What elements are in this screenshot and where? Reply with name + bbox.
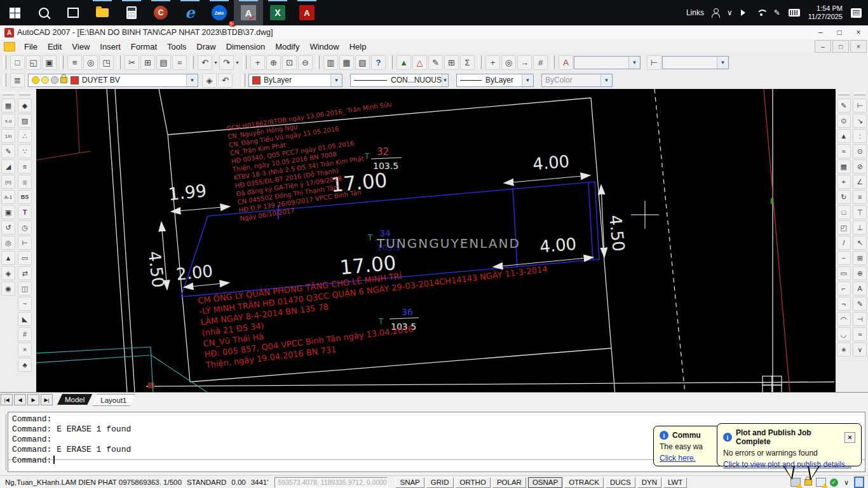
- break-button[interactable]: ⌐: [837, 281, 851, 295]
- dim-linear-button[interactable]: ⊢: [853, 98, 867, 112]
- toolbar-grip[interactable]: [3, 73, 6, 87]
- combo-arrow-icon[interactable]: ▼: [186, 74, 198, 86]
- task-view-button[interactable]: [58, 0, 88, 25]
- stretch-button[interactable]: ◰: [837, 220, 851, 234]
- links-toolbar-label[interactable]: Links: [686, 8, 704, 17]
- left-tool-zoom-object[interactable]: ◉: [1, 281, 15, 295]
- toolbar-grip[interactable]: [3, 55, 6, 69]
- dim-ordinate-button[interactable]: :: [853, 129, 867, 143]
- toolbar-grip[interactable]: [316, 55, 320, 69]
- offset-button[interactable]: ≈: [837, 144, 851, 158]
- combo-arrow-icon[interactable]: ▼: [628, 57, 640, 69]
- drawing-canvas[interactable]: 1.99 17.00 4.00 4.50 4.50 2.00 17.00 4.0…: [36, 89, 836, 392]
- erase-button[interactable]: ✎: [837, 98, 851, 112]
- taskbar-calculator[interactable]: [117, 0, 146, 25]
- layer-previous-button[interactable]: ↶: [218, 73, 233, 88]
- start-button[interactable]: [0, 0, 29, 25]
- open-button[interactable]: ◱: [26, 55, 41, 70]
- undo-button[interactable]: ↶: [198, 55, 212, 70]
- pan-button[interactable]: +: [250, 55, 265, 70]
- publish-button[interactable]: ◳: [99, 55, 114, 70]
- save-button[interactable]: ▣: [42, 55, 57, 70]
- left-tool-clock[interactable]: ◷: [18, 220, 32, 234]
- make-object-layer-current-button[interactable]: ◈: [202, 73, 217, 88]
- redo-dropdown-icon[interactable]: ▼: [234, 55, 240, 70]
- tray-chevron-icon[interactable]: ∨: [727, 8, 733, 17]
- combo-arrow-icon[interactable]: ▼: [330, 74, 342, 86]
- menu-help[interactable]: Help: [344, 41, 372, 53]
- taskbar-clock[interactable]: 1:54 PM11/27/2025: [808, 4, 843, 21]
- toolbar-grip[interactable]: [242, 73, 245, 87]
- doc-restore-button[interactable]: □: [832, 40, 849, 53]
- toggle-dyn[interactable]: DYN: [637, 477, 661, 488]
- left-tool-bs[interactable]: BS: [18, 190, 32, 204]
- combo-arrow-icon[interactable]: ▼: [522, 74, 533, 86]
- balloon-close-icon[interactable]: ×: [844, 432, 855, 443]
- menu-view[interactable]: View: [67, 41, 95, 53]
- designcenter-button[interactable]: ▦: [339, 55, 354, 70]
- express-tool-button[interactable]: +: [485, 55, 500, 70]
- paste-button[interactable]: ▤: [156, 55, 171, 70]
- move-button[interactable]: +: [837, 175, 851, 189]
- new-button[interactable]: □: [10, 55, 25, 70]
- express-tool-button[interactable]: ✎: [428, 55, 443, 70]
- undo-dropdown-icon[interactable]: ▼: [213, 55, 219, 70]
- toggle-grid[interactable]: GRID: [426, 477, 454, 488]
- tab-next-button[interactable]: ▶: [27, 394, 39, 405]
- join-button[interactable]: ¬: [837, 297, 851, 311]
- menu-window[interactable]: Window: [304, 41, 344, 53]
- clean-screen-button[interactable]: [854, 478, 864, 487]
- toggle-snap[interactable]: SNAP: [395, 477, 424, 488]
- tab-model[interactable]: Model: [57, 394, 92, 405]
- dim-aligned-button[interactable]: ↘: [853, 114, 867, 128]
- comm-center-icon[interactable]: [816, 478, 826, 487]
- dim-radius-button[interactable]: ⊙: [853, 144, 867, 158]
- left-tool-t[interactable]: T: [18, 205, 32, 219]
- toolbar-grip[interactable]: [60, 55, 64, 69]
- linetype-combo[interactable]: CON...NUOUS ▼: [350, 74, 449, 87]
- toolbar-grip[interactable]: [118, 55, 121, 69]
- cut-button[interactable]: ✂: [125, 55, 139, 70]
- balloon-link[interactable]: Click to view plot and publish details..…: [723, 460, 855, 469]
- redo-button[interactable]: ↷: [219, 55, 234, 70]
- rotate-button[interactable]: ↻: [837, 190, 851, 204]
- toggle-polar[interactable]: POLAR: [492, 477, 526, 488]
- dim-style-dropdown-button[interactable]: ∨: [853, 342, 867, 356]
- menu-format[interactable]: Format: [126, 41, 162, 53]
- left-tool-wedge[interactable]: ◢: [1, 159, 15, 173]
- left-tool-b10[interactable]: ⊢: [18, 236, 32, 250]
- left-tool-triangle[interactable]: ▲: [1, 251, 15, 265]
- dim-text-edit-button[interactable]: ⊣: [853, 312, 867, 326]
- toggle-ducs[interactable]: DUCS: [606, 477, 635, 488]
- toggle-ortho[interactable]: ORTHO: [456, 477, 491, 488]
- toolbar-grip[interactable]: [19, 92, 31, 95]
- left-tool-b2[interactable]: ▨: [18, 114, 32, 128]
- zoom-previous-button[interactable]: ⊖: [298, 55, 313, 70]
- plot-button[interactable]: ≡: [67, 55, 82, 70]
- match-properties-button[interactable]: ≈: [172, 55, 187, 70]
- toolbar-grip[interactable]: [838, 92, 850, 95]
- trim-button[interactable]: /: [837, 236, 851, 250]
- dim-continue-button[interactable]: ⊥: [853, 220, 867, 234]
- left-tool-b3[interactable]: ∴: [18, 129, 32, 143]
- dim-style-button[interactable]: ⊢: [647, 55, 661, 70]
- toolbar-grip[interactable]: [390, 55, 393, 69]
- left-tool-b17[interactable]: ×: [18, 342, 32, 356]
- toolbar-grip[interactable]: [3, 92, 14, 95]
- tray-settings-chevron-icon[interactable]: ∨: [841, 478, 851, 487]
- left-tool-xo[interactable]: x.o: [1, 114, 15, 128]
- dim-baseline-button[interactable]: ⊤: [853, 205, 867, 219]
- menu-tools[interactable]: Tools: [162, 41, 191, 53]
- taskbar-search-button[interactable]: [29, 0, 58, 25]
- toggle-osnap[interactable]: OSNAP: [528, 477, 562, 488]
- people-icon[interactable]: [712, 10, 719, 16]
- toggle-lwt[interactable]: LWT: [663, 477, 687, 488]
- left-tool-revert[interactable]: ↺: [1, 220, 15, 234]
- menu-dimension[interactable]: Dimension: [221, 41, 270, 53]
- left-tool-image[interactable]: ▣: [1, 205, 15, 219]
- dim-quick-button[interactable]: ≡: [853, 190, 867, 204]
- dim-leader-button[interactable]: ↖: [853, 236, 867, 250]
- close-button[interactable]: ×: [849, 26, 868, 39]
- dim-style-combo[interactable]: ▼: [662, 56, 729, 69]
- combo-arrow-icon[interactable]: ▼: [442, 74, 448, 86]
